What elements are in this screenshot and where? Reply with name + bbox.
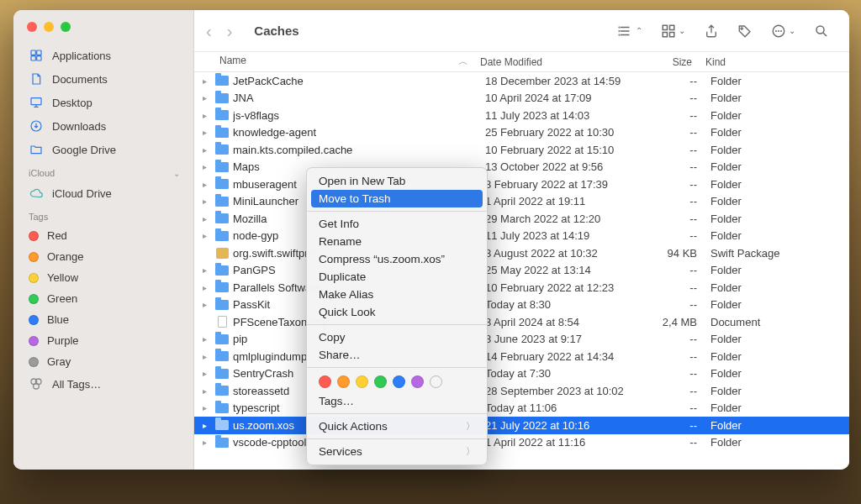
view-mode-button[interactable]: ⌃ [613, 22, 647, 40]
file-row[interactable]: ▸ vscode-cpptools 1 April 2022 at 11:16 … [194, 434, 849, 452]
nav-forward-button[interactable]: › [222, 21, 238, 41]
column-name[interactable]: Name ︿ [219, 55, 480, 69]
disclosure-triangle-icon[interactable]: ▸ [203, 438, 214, 447]
disclosure-triangle-icon[interactable]: ▸ [203, 421, 214, 430]
column-kind[interactable]: Kind [705, 56, 849, 68]
file-row[interactable]: ▸ js-v8flags 11 July 2023 at 14:03 -- Fo… [194, 107, 849, 124]
menu-item-copy[interactable]: Copy [307, 328, 487, 346]
file-row[interactable]: ▸ MiniLauncher 1 April 2022 at 19:11 -- … [194, 193, 849, 211]
nav-back-button[interactable]: ‹ [201, 21, 217, 41]
disclosure-triangle-icon[interactable]: ▸ [203, 265, 214, 275]
file-row[interactable]: ▸ PanGPS 25 May 2022 at 13:14 -- Folder [194, 262, 849, 280]
file-row[interactable]: ▸ Maps 13 October 2022 at 9:56 -- Folder [194, 159, 849, 176]
disclosure-triangle-icon[interactable]: ▸ [203, 403, 214, 412]
file-row[interactable]: ▸ us.zoom.xos 21 July 2022 at 10:16 -- F… [194, 417, 849, 434]
file-row[interactable]: ▸ node-gyp 11 July 2023 at 14:19 -- Fold… [194, 228, 849, 245]
menu-item-quick-actions[interactable]: Quick Actions〉 [307, 417, 487, 435]
menu-item-duplicate[interactable]: Duplicate [307, 268, 487, 286]
menu-item-open-in-new-tab[interactable]: Open in New Tab [307, 172, 487, 190]
file-list[interactable]: ▸ JetPackCache 18 December 2023 at 14:59… [194, 72, 849, 470]
disclosure-triangle-icon[interactable]: ▸ [203, 145, 214, 155]
sidebar-tag-blue[interactable]: Blue [13, 309, 193, 330]
minimize-window-button[interactable] [44, 22, 54, 32]
sidebar-item-google-drive[interactable]: Google Drive [13, 138, 193, 161]
file-row[interactable]: ▸ SentryCrash Today at 7:30 -- Folder [194, 365, 849, 383]
file-row[interactable]: ▸ mbuseragent 3 February 2022 at 17:39 -… [194, 176, 849, 193]
file-row[interactable]: ▸ Mozilla 29 March 2022 at 12:20 -- Fold… [194, 210, 849, 228]
file-row[interactable]: PFSceneTaxonomy 3 April 2024 at 8:54 2,4… [194, 313, 849, 331]
sidebar-section-tags[interactable]: Tags [13, 205, 193, 225]
tag-color-dot[interactable] [337, 375, 350, 388]
file-row[interactable]: ▸ JetPackCache 18 December 2023 at 14:59… [194, 72, 849, 90]
sidebar-tag-purple[interactable]: Purple [13, 330, 193, 351]
tag-dot-icon [29, 273, 39, 283]
menu-item-rename[interactable]: Rename [307, 233, 487, 250]
disclosure-triangle-icon[interactable]: ▸ [203, 231, 214, 240]
tag-color-dot[interactable] [411, 375, 424, 388]
disclosure-triangle-icon[interactable]: ▸ [203, 214, 214, 223]
sidebar-item-applications[interactable]: Applications [13, 44, 193, 67]
sidebar-all-tags[interactable]: All Tags… [13, 372, 193, 396]
tag-clear-dot[interactable] [430, 375, 442, 388]
actions-button[interactable]: ⌄ [766, 22, 800, 40]
disclosure-triangle-icon[interactable]: ▸ [203, 369, 214, 378]
folder-icon [215, 128, 229, 138]
file-row[interactable]: ▸ pip 3 June 2023 at 9:17 -- Folder [194, 331, 849, 349]
menu-item-share[interactable]: Share… [307, 346, 487, 364]
svg-point-11 [619, 34, 620, 35]
disclosure-triangle-icon[interactable]: ▸ [203, 111, 214, 120]
menu-item-compress-us-zoom-xos[interactable]: Compress “us.zoom.xos” [307, 250, 487, 268]
file-row[interactable]: org.swift.swiftpm 3 August 2022 at 10:32… [194, 244, 849, 262]
file-row[interactable]: ▸ typescript Today at 11:06 -- Folder [194, 400, 849, 417]
tag-color-dot[interactable] [319, 375, 331, 388]
menu-item-move-to-trash[interactable]: Move to Trash [311, 190, 483, 207]
sidebar-item-documents[interactable]: Documents [13, 67, 193, 91]
sidebar-item-icloud-drive[interactable]: iCloud Drive [13, 181, 193, 205]
file-row[interactable]: ▸ JNA 10 April 2024 at 17:09 -- Folder [194, 90, 849, 108]
file-row[interactable]: ▸ main.kts.compiled.cache 10 February 20… [194, 141, 849, 159]
menu-item-services[interactable]: Services〉 [307, 443, 487, 460]
close-window-button[interactable] [27, 22, 37, 32]
tag-color-dot[interactable] [374, 375, 387, 388]
menu-item-get-info[interactable]: Get Info [307, 215, 487, 233]
fullscreen-window-button[interactable] [61, 22, 71, 32]
disclosure-triangle-icon[interactable]: ▸ [203, 386, 214, 396]
search-button[interactable] [809, 22, 834, 40]
sidebar-tag-red[interactable]: Red [13, 225, 193, 246]
window-controls [13, 18, 193, 44]
disclosure-triangle-icon[interactable]: ▸ [203, 76, 214, 86]
disclosure-triangle-icon[interactable]: ▸ [203, 300, 214, 309]
disclosure-triangle-icon[interactable]: ▸ [203, 334, 214, 344]
file-row[interactable]: ▸ Parallels Software 10 February 2022 at… [194, 279, 849, 297]
disclosure-triangle-icon[interactable]: ▸ [203, 197, 214, 206]
tag-color-dot[interactable] [393, 375, 405, 388]
disclosure-triangle-icon[interactable]: ▸ [203, 283, 214, 292]
sidebar-tag-orange[interactable]: Orange [13, 246, 193, 267]
menu-item-quick-look[interactable]: Quick Look [307, 303, 487, 321]
column-date[interactable]: Date Modified [480, 56, 631, 68]
tags-button[interactable] [732, 22, 758, 40]
sidebar-section-icloud[interactable]: iCloud ⌄ [13, 161, 193, 181]
file-row[interactable]: ▸ knowledge-agent 25 February 2022 at 10… [194, 124, 849, 142]
sidebar-item-downloads[interactable]: Downloads [13, 114, 193, 138]
file-row[interactable]: ▸ qmlplugindump 14 February 2022 at 14:3… [194, 348, 849, 365]
disclosure-triangle-icon[interactable]: ▸ [203, 352, 214, 361]
menu-item-make-alias[interactable]: Make Alias [307, 286, 487, 303]
tag-color-dot[interactable] [356, 375, 368, 388]
disclosure-triangle-icon[interactable]: ▸ [203, 180, 214, 189]
sidebar-tag-yellow[interactable]: Yellow [13, 267, 193, 288]
file-row[interactable]: ▸ PassKit Today at 8:30 -- Folder [194, 297, 849, 314]
file-row[interactable]: ▸ storeassetd 28 September 2023 at 10:02… [194, 382, 849, 400]
sidebar-item-desktop[interactable]: Desktop [13, 91, 193, 114]
disclosure-triangle-icon[interactable]: ▸ [203, 128, 214, 137]
sidebar-item-label: Downloads [52, 120, 106, 133]
share-button[interactable] [699, 22, 724, 40]
column-size[interactable]: Size [631, 56, 705, 68]
sidebar-tag-green[interactable]: Green [13, 288, 193, 309]
menu-item-label: Tags… [319, 395, 354, 407]
sidebar-tag-gray[interactable]: Gray [13, 351, 193, 372]
disclosure-triangle-icon[interactable]: ▸ [203, 162, 214, 171]
menu-item-tags[interactable]: Tags… [307, 392, 487, 410]
group-by-button[interactable]: ⌄ [656, 22, 690, 40]
disclosure-triangle-icon[interactable]: ▸ [203, 93, 214, 102]
